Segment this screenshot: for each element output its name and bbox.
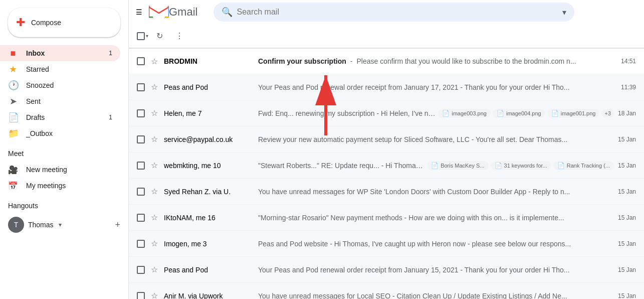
star-button[interactable]: ☆ bbox=[151, 82, 158, 92]
star-button[interactable]: ☆ bbox=[151, 265, 158, 274]
sender-name: Syed Rehan Z. via U. bbox=[164, 188, 254, 196]
row-checkbox[interactable] bbox=[137, 292, 145, 300]
compose-button[interactable]: ✚ Compose bbox=[8, 8, 120, 37]
row-checkbox[interactable] bbox=[137, 135, 145, 143]
table-row[interactable]: ☆ webmkting, me 10 "Stewart Roberts..." … bbox=[129, 153, 644, 179]
star-button[interactable]: ☆ bbox=[151, 57, 158, 66]
gmail-m-icon bbox=[149, 5, 169, 19]
sender-name: Peas and Pod bbox=[164, 83, 254, 91]
row-checkbox[interactable] bbox=[137, 57, 145, 65]
select-all-checkbox[interactable] bbox=[137, 32, 145, 40]
email-preview: "Stewart Roberts..." RE: Update requ... … bbox=[258, 162, 425, 170]
attachment-icon: 📄 bbox=[497, 110, 504, 117]
table-row[interactable]: ☆ Peas and Pod Your Peas and Pod renewal… bbox=[129, 257, 644, 283]
row-checkbox[interactable] bbox=[137, 109, 145, 117]
hangout-name: Thomas bbox=[28, 221, 54, 229]
star-button[interactable]: ☆ bbox=[151, 108, 158, 118]
attachment-name: Boris MacKey S... bbox=[441, 163, 484, 169]
email-content: Fwd: Enq... renewing my subscription - H… bbox=[258, 109, 614, 118]
star-button[interactable]: ☆ bbox=[151, 134, 158, 144]
attachments: 📄 image003.png 📄 image004.png 📄 image001… bbox=[438, 109, 614, 118]
search-icon: 🔍 bbox=[222, 7, 233, 18]
calendar-icon: 📅 bbox=[8, 181, 18, 191]
clock-icon: 🕐 bbox=[8, 80, 18, 91]
email-content: You have unread messages for WP Site 'Lo… bbox=[258, 188, 614, 196]
email-content: You have unread messages for Local SEO -… bbox=[258, 292, 614, 300]
sidebar-item-sent[interactable]: ➤ Sent bbox=[0, 93, 120, 109]
sidebar-item-label: _Outbox bbox=[26, 129, 53, 137]
more-options-button[interactable]: ⋮ bbox=[170, 27, 188, 45]
email-preview: Your Peas and Pod renewal order receipt … bbox=[258, 266, 570, 274]
email-time: 14:51 bbox=[621, 58, 636, 65]
row-checkbox[interactable] bbox=[137, 214, 145, 222]
inbox-icon: ■ bbox=[8, 48, 18, 59]
select-all-wrapper[interactable]: ▾ bbox=[137, 32, 148, 40]
sidebar-item-snoozed[interactable]: 🕐 Snoozed bbox=[0, 77, 120, 93]
star-button[interactable]: ☆ bbox=[151, 291, 158, 299]
row-checkbox[interactable] bbox=[137, 266, 145, 274]
sidebar-item-label: Starred bbox=[26, 65, 49, 73]
email-content: "Stewart Roberts..." RE: Update requ... … bbox=[258, 161, 614, 170]
email-preview: Fwd: Enq... renewing my subscription - H… bbox=[258, 109, 436, 117]
refresh-button[interactable]: ↻ bbox=[150, 27, 168, 45]
star-icon: ★ bbox=[8, 64, 18, 75]
dropdown-arrow-icon: ▾ bbox=[59, 221, 62, 228]
compose-icon: ✚ bbox=[16, 16, 25, 29]
select-all-dropdown-icon[interactable]: ▾ bbox=[146, 33, 148, 39]
main-content: ☰ Gmail 🔍 ▾ bbox=[128, 0, 644, 299]
table-row[interactable]: ☆ Imogen, me 3 Peas and Pod website - Hi… bbox=[129, 231, 644, 257]
attachment-name: Rank Tracking (... bbox=[567, 163, 610, 169]
add-hangout-button[interactable]: + bbox=[115, 220, 120, 230]
attachment-chip: 📄 Boris MacKey S... bbox=[427, 161, 488, 170]
email-time: 15 Jan bbox=[618, 214, 636, 221]
more-attachments-badge: +3 bbox=[601, 109, 614, 117]
star-button[interactable]: ☆ bbox=[151, 187, 158, 196]
sidebar-item-outbox[interactable]: 📁 _Outbox bbox=[0, 125, 120, 141]
table-row[interactable]: ☆ Peas and Pod Your Peas and Pod renewal… bbox=[129, 74, 644, 100]
attachment-name: image001.png bbox=[561, 110, 596, 116]
email-time: 15 Jan bbox=[618, 240, 636, 247]
row-checkbox[interactable] bbox=[137, 162, 145, 170]
table-row[interactable]: ☆ service@paypal.co.uk Review your new a… bbox=[129, 126, 644, 153]
sender-name: Anir M. via Upwork bbox=[164, 292, 254, 300]
star-button[interactable]: ☆ bbox=[151, 239, 158, 248]
email-content: Peas and Pod website - Hi Thomas, I've c… bbox=[258, 240, 614, 248]
table-row[interactable]: ☆ Syed Rehan Z. via U. You have unread m… bbox=[129, 179, 644, 205]
table-row[interactable]: ☆ IKtoNAM, me 16 "Morning-star Rosario" … bbox=[129, 205, 644, 231]
hamburger-button[interactable]: ☰ bbox=[129, 2, 149, 22]
attachment-icon: 📄 bbox=[442, 110, 450, 117]
email-time: 15 Jan bbox=[618, 266, 636, 273]
table-row[interactable]: ☆ Helen, me 7 Fwd: Enq... renewing my su… bbox=[129, 100, 644, 126]
attachment-chip: 📄 image004.png bbox=[493, 109, 545, 118]
email-preview: Review your new automatic payment setup … bbox=[258, 135, 567, 143]
attachment-chip: 📄 Rank Tracking (... bbox=[553, 161, 614, 170]
star-button[interactable]: ☆ bbox=[151, 213, 158, 222]
sender-name: Peas and Pod bbox=[164, 266, 254, 274]
row-checkbox[interactable] bbox=[137, 83, 145, 91]
sidebar-item-inbox[interactable]: ■ Inbox 1 bbox=[0, 45, 120, 61]
star-button[interactable]: ☆ bbox=[151, 161, 158, 170]
meet-section-label: Meet bbox=[0, 141, 128, 162]
sender-name: IKtoNAM, me 16 bbox=[164, 214, 254, 222]
email-preview: Please confirm that you would like to su… bbox=[356, 57, 576, 65]
video-icon: 🎥 bbox=[8, 165, 18, 175]
draft-icon: 📄 bbox=[8, 112, 18, 123]
attachment-name: image003.png bbox=[452, 110, 487, 116]
search-bar: 🔍 ▾ bbox=[213, 3, 574, 22]
new-meeting-item[interactable]: 🎥 New meeting bbox=[0, 162, 128, 178]
sidebar-item-drafts[interactable]: 📄 Drafts 1 bbox=[0, 109, 120, 125]
attachment-icon: 📄 bbox=[557, 162, 565, 169]
search-input[interactable] bbox=[237, 8, 558, 17]
search-dropdown-icon[interactable]: ▾ bbox=[562, 8, 566, 17]
row-checkbox[interactable] bbox=[137, 188, 145, 196]
refresh-icon: ↻ bbox=[156, 31, 163, 41]
table-row[interactable]: ☆ BRODMIN Confirm your subscription - Pl… bbox=[129, 48, 644, 74]
sidebar-item-starred[interactable]: ★ Starred bbox=[0, 61, 120, 77]
hangout-user[interactable]: T Thomas ▾ + bbox=[0, 214, 128, 236]
table-row[interactable]: ☆ Anir M. via Upwork You have unread mes… bbox=[129, 283, 644, 299]
my-meetings-item[interactable]: 📅 My meetings bbox=[0, 178, 128, 194]
email-list: ☆ BRODMIN Confirm your subscription - Pl… bbox=[129, 48, 644, 299]
row-checkbox[interactable] bbox=[137, 240, 145, 248]
inbox-badge: 1 bbox=[109, 50, 112, 57]
email-content: Confirm your subscription - Please confi… bbox=[258, 57, 617, 65]
